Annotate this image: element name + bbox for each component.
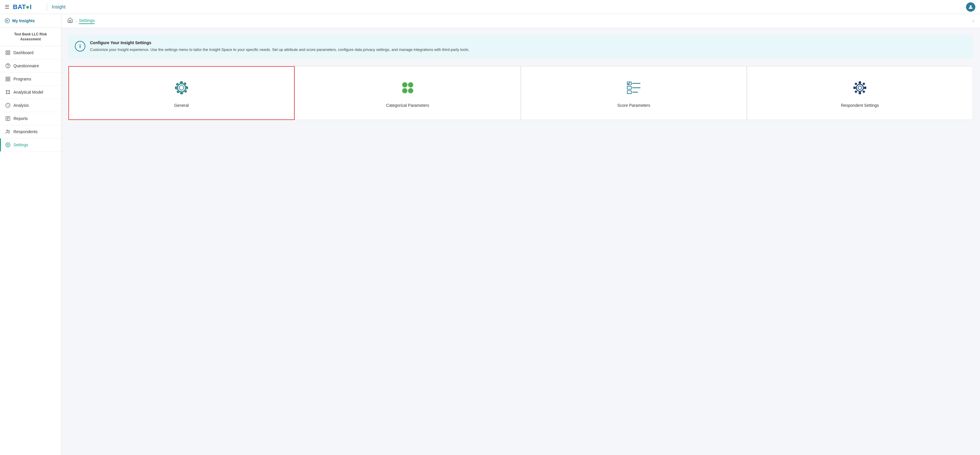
svg-rect-6 xyxy=(6,51,7,52)
svg-point-14 xyxy=(6,93,7,94)
sidebar-item-analysis[interactable]: Analysis xyxy=(0,99,61,112)
svg-line-22 xyxy=(8,105,8,106)
workspace-name: Test Bank LLC Risk Assessment xyxy=(0,28,61,46)
logo: BAT ● I xyxy=(13,3,37,11)
info-banner-text: Configure Your Insight Settings Customiz… xyxy=(90,40,469,53)
settings-card-respondent-icon xyxy=(851,78,869,98)
sidebar-item-settings-label: Settings xyxy=(13,142,29,147)
collapse-icon[interactable]: › xyxy=(972,18,974,24)
my-insights-link[interactable]: My Insights xyxy=(0,14,61,28)
svg-point-29 xyxy=(7,144,9,145)
sidebar-item-programs-label: Programs xyxy=(13,77,31,81)
svg-point-3 xyxy=(970,5,972,7)
info-icon: i xyxy=(75,41,85,51)
sidebar-item-reports-label: Reports xyxy=(13,116,28,121)
svg-point-15 xyxy=(9,93,10,94)
settings-card-categorical-parameters[interactable]: Categorical Parameters xyxy=(294,66,521,120)
svg-rect-48 xyxy=(859,92,861,94)
svg-rect-53 xyxy=(854,90,858,93)
svg-point-31 xyxy=(179,85,184,90)
user-avatar[interactable] xyxy=(966,2,975,12)
settings-cards-grid: General xyxy=(68,66,973,120)
svg-rect-47 xyxy=(859,81,861,84)
settings-card-score-icon xyxy=(624,78,643,98)
app-title: Insight xyxy=(52,5,65,10)
breadcrumb-separator: › xyxy=(75,19,76,23)
settings-card-score-label: Score Parameters xyxy=(617,103,650,108)
settings-card-categorical-icon xyxy=(398,78,417,98)
topbar: ☰ BAT ● I Insight xyxy=(0,0,980,14)
main-content: › Settings › i Configure Your Insight Se… xyxy=(61,14,980,455)
sidebar-item-analytical-model[interactable]: Analytical Model xyxy=(0,86,61,99)
svg-rect-51 xyxy=(854,82,858,85)
svg-rect-38 xyxy=(406,87,409,89)
svg-rect-41 xyxy=(627,86,631,89)
sidebar-item-settings[interactable]: Settings xyxy=(0,138,61,152)
settings-card-categorical-label: Categorical Parameters xyxy=(386,103,429,108)
sidebar-item-questionnaire[interactable]: Questionnaire xyxy=(0,59,61,73)
info-banner-title: Configure Your Insight Settings xyxy=(90,40,469,45)
settings-card-score-parameters[interactable]: Score Parameters xyxy=(521,66,747,120)
svg-point-13 xyxy=(9,90,10,91)
svg-rect-54 xyxy=(862,90,865,93)
settings-card-general-icon xyxy=(172,78,191,98)
sidebar-item-analytical-model-label: Analytical Model xyxy=(13,90,43,94)
svg-point-11 xyxy=(8,67,8,67)
sidebar-item-analysis-label: Analysis xyxy=(13,103,29,108)
sidebar-item-respondents-label: Respondents xyxy=(13,129,38,134)
svg-rect-43 xyxy=(627,91,631,94)
sidebar-item-programs[interactable]: Programs xyxy=(0,73,61,86)
svg-rect-49 xyxy=(853,86,856,89)
svg-point-46 xyxy=(858,86,862,89)
svg-rect-7 xyxy=(8,51,10,52)
settings-card-respondent-label: Respondent Settings xyxy=(841,103,879,108)
sidebar-item-dashboard[interactable]: Dashboard xyxy=(0,46,61,59)
menu-icon[interactable]: ☰ xyxy=(5,4,10,10)
page-header: › Settings › xyxy=(61,14,980,28)
svg-point-27 xyxy=(7,130,8,131)
settings-card-general-label: General xyxy=(174,103,189,108)
info-banner: i Configure Your Insight Settings Custom… xyxy=(68,35,973,58)
svg-text:I: I xyxy=(30,3,32,11)
info-banner-description: Customize your Insight experience. Use t… xyxy=(90,47,469,53)
settings-card-respondent-settings[interactable]: Respondent Settings xyxy=(747,66,973,120)
svg-text:●: ● xyxy=(26,3,30,11)
layout: My Insights Test Bank LLC Risk Assessmen… xyxy=(0,14,980,455)
sidebar-item-dashboard-label: Dashboard xyxy=(13,50,33,55)
svg-rect-50 xyxy=(864,86,866,89)
breadcrumb-home-icon[interactable] xyxy=(67,17,73,25)
topbar-divider xyxy=(47,3,47,11)
settings-card-general[interactable]: General xyxy=(68,66,294,120)
svg-point-36 xyxy=(408,88,413,93)
sidebar-item-reports[interactable]: Reports xyxy=(0,112,61,125)
svg-point-28 xyxy=(8,131,10,131)
svg-rect-9 xyxy=(8,53,10,54)
svg-point-12 xyxy=(6,90,7,91)
sidebar: My Insights Test Bank LLC Risk Assessmen… xyxy=(0,14,61,455)
svg-point-34 xyxy=(408,82,413,88)
breadcrumb-current-page: Settings xyxy=(79,18,95,24)
svg-rect-52 xyxy=(862,82,865,85)
svg-text:BAT: BAT xyxy=(13,3,26,11)
sidebar-item-respondents[interactable]: Respondents xyxy=(0,125,61,138)
svg-rect-8 xyxy=(6,53,7,54)
my-insights-label: My Insights xyxy=(12,18,35,23)
svg-point-33 xyxy=(402,82,407,88)
sidebar-item-questionnaire-label: Questionnaire xyxy=(13,64,39,68)
svg-point-35 xyxy=(402,88,407,93)
page-body: i Configure Your Insight Settings Custom… xyxy=(61,28,980,455)
